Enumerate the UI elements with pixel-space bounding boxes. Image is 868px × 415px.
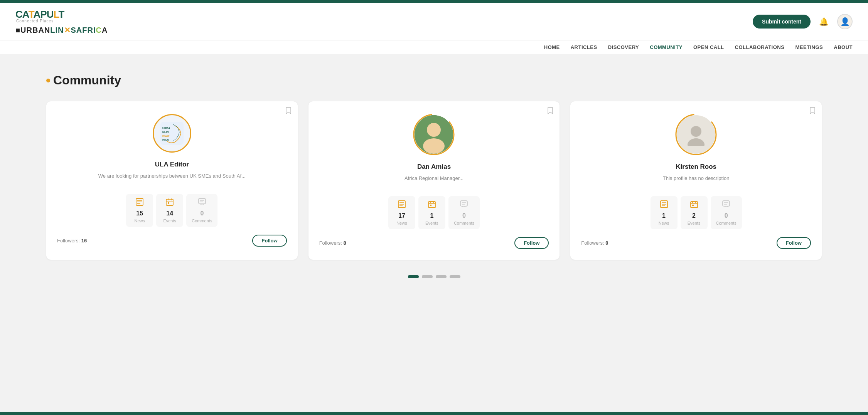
svg-text:RICA: RICA [162, 138, 169, 141]
dan-amias-description: Africa Regional Manager... [405, 175, 463, 188]
catapult-logo[interactable]: caTAPULT Connected Places [15, 8, 108, 23]
ula-stat-comments: 0 Comments [186, 194, 217, 227]
ula-avatar: URBA NLIN KSAF RICA [153, 114, 191, 153]
urbanlinks-black1: ■URBA [15, 26, 44, 34]
dan-comments-label: Comments [454, 221, 474, 225]
ula-followers-text: Followers: 16 [57, 238, 87, 244]
user-avatar-button[interactable]: 👤 [837, 14, 853, 29]
dan-events-label: Events [425, 221, 438, 225]
dan-avatar-container [412, 113, 455, 156]
events-icon-3 [690, 200, 698, 211]
kirsten-roos-description: This profile has no description [663, 175, 730, 188]
nav-item-collaborations[interactable]: COLLABORATIONS [735, 44, 785, 50]
avatar-placeholder-icon: 👤 [840, 17, 850, 26]
svg-rect-29 [430, 205, 431, 206]
notification-button[interactable]: 🔔 [817, 15, 831, 29]
ula-logo-svg: URBA NLIN KSAF RICA [158, 120, 185, 147]
ula-events-label: Events [163, 218, 176, 223]
card-ula-editor: URBA NLIN KSAF RICA ULA Editor We are lo… [46, 101, 298, 260]
comments-icon-3 [722, 200, 730, 211]
ula-comments-count: 0 [200, 210, 204, 217]
main-nav: HOME ARTICLES DISCOVERY COMMUNITY OPEN C… [0, 40, 868, 54]
dan-avatar [415, 115, 453, 154]
bookmark-button-dan[interactable] [547, 107, 553, 116]
nav-item-meetings[interactable]: MEETINGS [795, 44, 823, 50]
svg-point-20 [423, 138, 445, 154]
nav-item-about[interactable]: ABOUT [834, 44, 853, 50]
kirsten-avatar-container [674, 113, 718, 156]
nav-item-discovery[interactable]: DISCOVERY [608, 44, 639, 50]
ula-events-count: 14 [166, 210, 173, 217]
ula-news-label: News [134, 218, 145, 223]
ula-avatar-container: URBA NLIN KSAF RICA [152, 113, 192, 154]
bookmark-button-kirsten[interactable] [809, 107, 816, 116]
kirsten-stat-events: 2 Events [681, 196, 708, 229]
kirsten-comments-count: 0 [725, 212, 728, 219]
dan-followers-row: Followers: 8 Follow [318, 237, 551, 249]
title-dot [46, 79, 50, 82]
dan-stat-comments: 0 Comments [448, 196, 480, 229]
pagination-dot-4[interactable] [450, 275, 460, 278]
submit-content-button[interactable]: Submit content [753, 15, 811, 29]
kirsten-stat-comments: 0 Comments [711, 196, 742, 229]
kirsten-follow-button[interactable]: Follow [777, 237, 811, 249]
nav-item-articles[interactable]: ARTICLES [571, 44, 597, 50]
kirsten-followers-text: Followers: 0 [581, 240, 608, 246]
comments-icon-2 [460, 200, 468, 211]
card-dan-amias: Dan Amias Africa Regional Manager... 17 … [308, 101, 560, 260]
svg-rect-9 [166, 199, 173, 205]
news-icon-1 [135, 198, 144, 208]
pagination-dot-3[interactable] [436, 275, 447, 278]
dan-stat-news: 17 News [388, 196, 415, 229]
svg-point-34 [691, 126, 701, 137]
kirsten-roos-name: Kirsten Roos [676, 163, 716, 171]
dan-followers-count: 8 [344, 240, 346, 246]
header-left: caTAPULT Connected Places ■URBANLIN✕SAFR… [15, 8, 108, 35]
kirsten-avatar [677, 115, 715, 154]
kirsten-events-label: Events [688, 221, 701, 225]
page-title-text: Community [53, 73, 121, 87]
ula-comments-label: Comments [192, 218, 212, 223]
svg-text:URBA: URBA [162, 127, 170, 129]
header-right: Submit content 🔔 👤 [753, 14, 853, 29]
bookmark-button-ula[interactable] [285, 107, 292, 116]
ula-followers-count: 16 [81, 238, 87, 244]
svg-rect-14 [199, 198, 206, 204]
kirsten-comments-label: Comments [716, 221, 737, 225]
pagination-dot-1[interactable] [408, 275, 419, 278]
nav-item-community[interactable]: COMMUNITY [650, 44, 683, 50]
dan-follow-button[interactable]: Follow [514, 237, 549, 249]
events-icon-1 [165, 198, 174, 208]
header: caTAPULT Connected Places ■URBANLIN✕SAFR… [0, 3, 868, 40]
svg-text:KSAF: KSAF [162, 134, 170, 137]
urbanlinks-logo[interactable]: ■URBANLIN✕SAFRICA [15, 25, 108, 35]
svg-rect-13 [168, 202, 169, 204]
svg-rect-40 [691, 202, 698, 208]
svg-rect-25 [428, 202, 435, 208]
nav-item-open-call[interactable]: OPEN CALL [693, 44, 724, 50]
dan-amias-name: Dan Amias [417, 163, 451, 171]
dan-news-label: News [396, 221, 407, 225]
svg-rect-0 [160, 122, 184, 145]
events-icon-2 [428, 200, 436, 211]
ula-followers-row: Followers: 16 Follow [56, 235, 288, 247]
main-content: Community URBA NLIN KSAF RICA [0, 54, 868, 415]
pagination [46, 275, 822, 278]
kirsten-events-count: 2 [692, 212, 696, 219]
pagination-dot-2[interactable] [422, 275, 433, 278]
dan-comments-count: 0 [462, 212, 466, 219]
page-title: Community [46, 73, 822, 87]
nav-item-home[interactable]: HOME [544, 44, 560, 50]
svg-point-35 [688, 138, 705, 146]
news-icon-2 [398, 200, 406, 211]
kirsten-news-label: News [659, 221, 669, 225]
dan-followers-text: Followers: 8 [319, 240, 346, 246]
bottom-bar [0, 412, 868, 415]
ula-follow-button[interactable]: Follow [252, 235, 287, 247]
ula-stat-news: 15 News [126, 194, 153, 227]
top-bar [0, 0, 868, 3]
dan-events-count: 1 [430, 212, 433, 219]
dan-news-count: 17 [398, 212, 405, 219]
dan-stats-row: 17 News 1 Events [318, 196, 551, 229]
ula-news-count: 15 [136, 210, 143, 217]
